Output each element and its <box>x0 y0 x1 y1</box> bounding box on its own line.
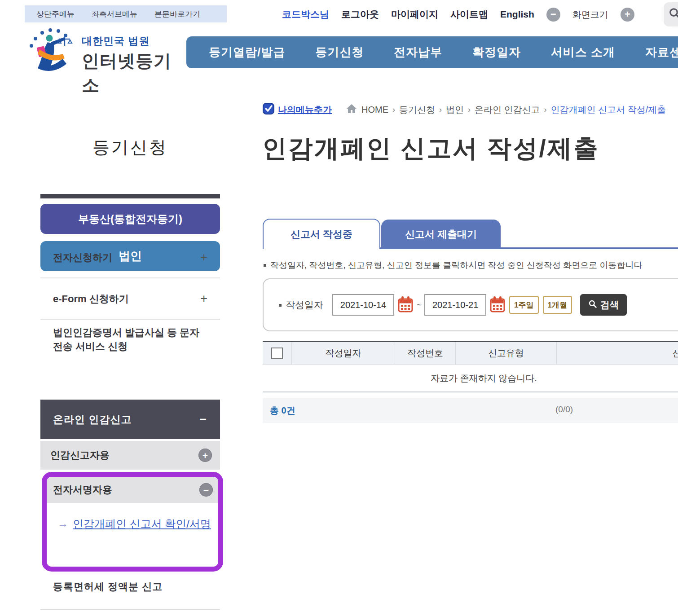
report-table: 작성일자 작성번호 신고유형 신고인 정보 자료가 존재하지 않습니다. <box>263 341 678 392</box>
search-button-label: 검색 <box>600 299 619 311</box>
global-nav: 등기열람/발급 등기신청 전자납부 확정일자 서비스 소개 자료센터 <box>186 36 678 68</box>
sidebar-title: 등기신청 <box>40 136 220 159</box>
nav-item-view-issue[interactable]: 등기열람/발급 <box>209 44 285 60</box>
date-range-tilde: ~ <box>417 300 422 310</box>
username-link[interactable]: 코드박스님 <box>282 8 329 21</box>
breadcrumb: 나의메뉴추가 HOME › 등기신청 › 법인 › 온라인 인감신고 › 인감개… <box>262 101 666 118</box>
zoom-out-icon[interactable]: − <box>546 8 560 22</box>
add-my-menu-button[interactable]: 나의메뉴추가 <box>262 102 332 117</box>
sitemap-link[interactable]: 사이트맵 <box>450 8 488 21</box>
tab-waiting-submission[interactable]: 신고서 제출대기 <box>381 220 501 249</box>
total-count: 총 0건 <box>270 398 295 423</box>
pagination: (0/0) <box>555 398 573 421</box>
utility-bar: 코드박스님 로그아웃 마이페이지 사이트맵 English − 화면크기 + <box>282 6 634 23</box>
expand-plus-icon[interactable]: + <box>200 292 207 306</box>
sidebar-item-eform-apply[interactable]: e-Form 신청하기 + <box>40 278 220 319</box>
col-created-date: 작성일자 <box>292 342 395 365</box>
sidebar-item-seal-reporter[interactable]: 인감신고자용 + <box>40 441 220 470</box>
sidebar-divider <box>40 609 220 610</box>
collapse-minus-icon[interactable]: − <box>199 413 207 427</box>
table-footer: 총 0건 (0/0) <box>263 398 678 423</box>
nav-item-service-intro[interactable]: 서비스 소개 <box>551 44 615 60</box>
empty-state-text: 자료가 존재하지 않습니다. <box>263 365 678 392</box>
sidebar-item-license-tax[interactable]: 등록면허세 정액분 신고 <box>53 580 163 594</box>
add-my-menu-label: 나의메뉴추가 <box>278 104 332 116</box>
mypage-link[interactable]: 마이페이지 <box>391 8 438 21</box>
skip-link-top-menu[interactable]: 상단주메뉴 <box>36 9 75 19</box>
page-title: 인감개폐인 신고서 작성/제출 <box>262 132 599 165</box>
col-report-type: 신고유형 <box>456 342 557 365</box>
search-icon <box>668 7 678 22</box>
skip-links-bar: 상단주메뉴 좌측서브메뉴 본문바로가기 <box>25 5 227 22</box>
sidebar-section-online-seal[interactable]: 온라인 인감신고 − <box>40 400 220 439</box>
crumb-separator: › <box>439 105 442 114</box>
sidebar-button-realestate[interactable]: 부동산(통합전자등기) <box>40 204 220 234</box>
one-week-button[interactable]: 1주일 <box>509 296 538 314</box>
notice-text: 작성일자, 작성번호, 신고유형, 신고인 정보를 클릭하시면 작성 중인 신청… <box>263 260 678 271</box>
nav-item-fixed-date[interactable]: 확정일자 <box>472 44 521 60</box>
crumb-online-seal[interactable]: 온라인 인감신고 <box>475 104 540 116</box>
tab-draft-in-progress[interactable]: 신고서 작성중 <box>263 219 380 249</box>
date-filter-box: 작성일자 ~ 1주일 1개월 검색 <box>263 278 678 331</box>
logo-site-label: 인터넷등기소 <box>82 49 187 97</box>
check-badge-icon <box>262 102 275 117</box>
table-header-row: 작성일자 작성번호 신고유형 신고인 정보 <box>263 341 678 365</box>
sidebar-link-confirm-sign[interactable]: 인감개폐인 신고서 확인/서명 <box>73 514 214 534</box>
nav-item-epayment[interactable]: 전자납부 <box>394 44 442 60</box>
calendar-icon[interactable] <box>490 296 505 314</box>
calendar-icon[interactable] <box>398 296 413 314</box>
english-link[interactable]: English <box>500 9 534 20</box>
sidebar-item-e-apply[interactable]: 전자신청하기 + <box>40 237 220 277</box>
skip-link-side-menu[interactable]: 좌측서브메뉴 <box>92 9 137 19</box>
nav-item-resource-center[interactable]: 자료센터 <box>645 44 678 60</box>
search-button[interactable]: 검색 <box>580 294 627 316</box>
sidebar-item-e-signer[interactable]: 전자서명자용 − <box>47 477 218 503</box>
date-from-input[interactable] <box>332 294 394 316</box>
highlighted-menu-group: 전자서명자용 − → 인감개폐인 신고서 확인/서명 <box>42 472 223 572</box>
col-reporter-info: 신고인 정보 <box>557 342 678 365</box>
site-search-button[interactable] <box>664 2 678 26</box>
select-all-checkbox[interactable] <box>271 348 283 359</box>
expand-plus-icon[interactable]: + <box>198 449 212 462</box>
page: 상단주메뉴 좌측서브메뉴 본문바로가기 코드박스님 로그아웃 마이페이지 사이트… <box>0 0 678 616</box>
one-month-button[interactable]: 1개월 <box>543 296 572 314</box>
crumb-registration[interactable]: 등기신청 <box>399 104 435 116</box>
logo-court-label: 대한민국 법원 <box>82 34 187 48</box>
sidebar-item-sms-service[interactable]: 법인인감증명서 발급사실 등 문자전송 서비스 신청 <box>40 320 220 359</box>
crumb-separator: › <box>468 105 471 114</box>
crumb-separator: › <box>392 105 395 114</box>
nav-item-registration[interactable]: 등기신청 <box>315 44 364 60</box>
col-draft-number: 작성번호 <box>395 342 456 365</box>
crumb-corporation[interactable]: 법인 <box>446 104 464 116</box>
expand-plus-icon[interactable]: + <box>200 251 207 264</box>
crumb-separator: › <box>544 105 547 114</box>
screen-size-label: 화면크기 <box>572 9 608 21</box>
crumb-home[interactable]: HOME <box>361 105 388 115</box>
date-to-input[interactable] <box>424 294 486 316</box>
table-empty-row: 자료가 존재하지 않습니다. <box>263 365 678 392</box>
crumb-current: 인감개폐인 신고서 작성/제출 <box>551 104 666 116</box>
zoom-in-icon[interactable]: + <box>621 8 634 22</box>
sidebar-divider-bar <box>40 194 220 198</box>
court-justice-figure-icon <box>25 26 78 76</box>
filter-label: 작성일자 <box>278 299 323 311</box>
skip-link-content[interactable]: 본문바로가기 <box>154 9 200 19</box>
home-icon <box>346 103 357 116</box>
collapse-minus-icon[interactable]: − <box>199 483 213 497</box>
site-logo[interactable]: 대한민국 법원 인터넷등기소 <box>25 26 187 76</box>
search-icon <box>588 299 597 311</box>
arrow-right-icon: → <box>57 514 68 534</box>
sidebar-active-link-row: → 인감개폐인 신고서 확인/서명 <box>47 503 218 534</box>
select-all-cell <box>263 342 292 365</box>
logout-link[interactable]: 로그아웃 <box>341 8 379 21</box>
